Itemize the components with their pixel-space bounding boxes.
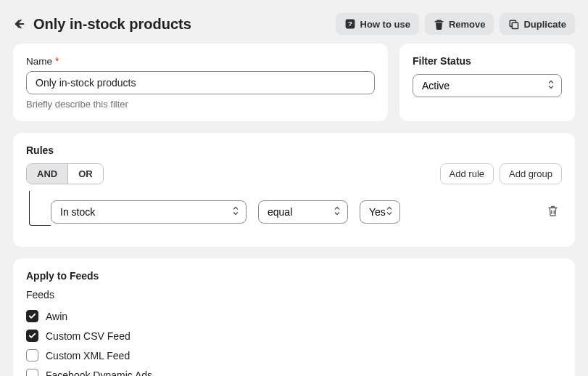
feeds-label: Feeds [26,289,562,301]
and-toggle[interactable]: AND [27,164,67,184]
or-toggle[interactable]: OR [67,164,103,184]
rule-connector [29,191,51,226]
how-to-use-button[interactable]: ? How to use [336,13,419,35]
rule-field-value: In stock [60,206,95,218]
rule-value-value: Yes [369,206,386,218]
name-card: Name * Briefly describe this filter [13,44,388,121]
remove-label: Remove [449,19,486,30]
header-actions: ? How to use Remove Duplicate [336,13,575,35]
name-input[interactable] [26,71,375,94]
feed-checkbox-awin[interactable] [26,310,38,322]
page-title: Only in-stock products [33,16,191,33]
feed-checkbox-custom-csv[interactable] [26,330,38,342]
rules-heading: Rules [26,144,562,156]
rule-field-select[interactable]: In stock [51,200,247,224]
feed-name: Custom XML Feed [46,350,130,361]
name-label: Name [26,56,52,67]
add-group-button[interactable]: Add group [500,163,562,184]
feed-row: Custom XML Feed [26,346,562,365]
svg-rect-3 [513,23,518,28]
how-to-use-label: How to use [360,19,410,30]
remove-button[interactable]: Remove [425,13,494,35]
feed-row: Facebook Dynamic Ads [26,365,562,376]
feed-name: Awin [46,311,67,322]
page-header: Only in-stock products ? How to use Remo… [13,10,575,44]
add-rule-button[interactable]: Add rule [440,163,494,184]
feed-row: Awin [26,306,562,326]
filter-status-value: Active [422,80,450,91]
feed-checkbox-facebook[interactable] [26,369,38,376]
rules-card: Rules AND OR Add rule Add group In stock [13,133,575,247]
apply-heading: Apply to Feeds [26,270,562,282]
feed-name: Facebook Dynamic Ads [46,369,152,377]
question-icon: ? [344,18,356,30]
back-arrow-icon[interactable] [13,17,26,30]
feed-row: Custom CSV Feed [26,326,562,346]
name-help-text: Briefly describe this filter [26,99,375,110]
duplicate-button[interactable]: Duplicate [500,13,575,35]
feed-name: Custom CSV Feed [46,330,131,342]
rule-value-select[interactable]: Yes [360,200,400,224]
trash-icon [434,19,444,30]
duplicate-icon [508,19,519,30]
trash-icon [547,208,559,219]
duplicate-label: Duplicate [523,19,566,30]
rule-operator-select[interactable]: equal [258,200,348,224]
rule-row: In stock equal Yes [51,200,562,224]
filter-status-card: Filter Status Active [399,44,575,121]
feed-checkbox-custom-xml[interactable] [26,349,38,361]
logic-toggle: AND OR [26,163,104,184]
required-asterisk: * [55,55,59,67]
filter-status-select[interactable]: Active [413,74,562,97]
apply-to-feeds-card: Apply to Feeds Feeds Awin Custom CSV Fee… [13,258,575,376]
svg-text:?: ? [348,20,352,28]
rule-operator-value: equal [268,206,292,218]
delete-rule-button[interactable] [544,202,562,222]
filter-status-heading: Filter Status [413,55,562,67]
